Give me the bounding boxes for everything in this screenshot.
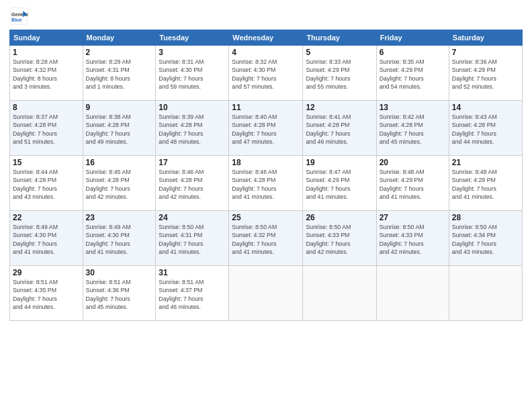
day-info: Sunrise: 8:33 AMSunset: 4:29 PMDaylight:… [306,58,351,90]
calendar-cell: 25 Sunrise: 8:50 AMSunset: 4:32 PMDaylig… [229,211,303,266]
day-info: Sunrise: 8:44 AMSunset: 4:28 PMDaylight:… [13,169,58,200]
col-monday: Monday [83,30,156,46]
day-info: Sunrise: 8:49 AMSunset: 4:30 PMDaylight:… [13,224,58,255]
calendar-week-row: 29 Sunrise: 8:51 AMSunset: 4:35 PMDaylig… [10,266,523,321]
day-info: Sunrise: 8:42 AMSunset: 4:28 PMDaylight:… [380,113,425,145]
day-info: Sunrise: 8:41 AMSunset: 4:28 PMDaylight:… [306,113,351,145]
day-number: 4 [232,48,300,57]
calendar-cell: 8 Sunrise: 8:37 AMSunset: 4:28 PMDayligh… [10,101,83,156]
logo: General Blue [9,7,31,26]
day-number: 17 [159,158,226,167]
day-info: Sunrise: 8:51 AMSunset: 4:35 PMDaylight:… [13,279,58,310]
calendar-cell: 1 Sunrise: 8:28 AMSunset: 4:32 PMDayligh… [10,46,83,101]
calendar-cell: 16 Sunrise: 8:45 AMSunset: 4:28 PMDaylig… [83,156,156,211]
day-info: Sunrise: 8:29 AMSunset: 4:31 PMDaylight:… [86,58,131,90]
day-info: Sunrise: 8:51 AMSunset: 4:37 PMDaylight:… [159,279,204,310]
day-number: 12 [306,103,373,112]
calendar-cell: 6 Sunrise: 8:35 AMSunset: 4:29 PMDayligh… [376,46,449,101]
day-number: 31 [159,268,226,277]
day-info: Sunrise: 8:37 AMSunset: 4:28 PMDaylight:… [13,113,58,145]
calendar-cell: 2 Sunrise: 8:29 AMSunset: 4:31 PMDayligh… [83,46,156,101]
day-info: Sunrise: 8:50 AMSunset: 4:34 PMDaylight:… [452,224,497,255]
col-friday: Friday [376,30,449,46]
day-info: Sunrise: 8:49 AMSunset: 4:30 PMDaylight:… [86,224,131,255]
day-info: Sunrise: 8:35 AMSunset: 4:29 PMDaylight:… [380,58,425,90]
calendar-cell: 31 Sunrise: 8:51 AMSunset: 4:37 PMDaylig… [156,266,229,321]
calendar-cell: 20 Sunrise: 8:48 AMSunset: 4:29 PMDaylig… [376,156,449,211]
calendar-cell: 28 Sunrise: 8:50 AMSunset: 4:34 PMDaylig… [449,211,522,266]
svg-text:Blue: Blue [11,17,21,22]
day-number: 5 [306,48,373,57]
calendar-cell: 13 Sunrise: 8:42 AMSunset: 4:28 PMDaylig… [376,101,449,156]
day-info: Sunrise: 8:50 AMSunset: 4:33 PMDaylight:… [380,224,425,255]
calendar-week-row: 15 Sunrise: 8:44 AMSunset: 4:28 PMDaylig… [10,156,523,211]
day-info: Sunrise: 8:36 AMSunset: 4:29 PMDaylight:… [452,58,497,90]
day-number: 6 [380,48,446,57]
day-number: 14 [452,103,519,112]
day-info: Sunrise: 8:48 AMSunset: 4:29 PMDaylight:… [452,169,497,200]
calendar-cell: 9 Sunrise: 8:38 AMSunset: 4:28 PMDayligh… [83,101,156,156]
calendar-cell: 26 Sunrise: 8:50 AMSunset: 4:33 PMDaylig… [303,211,376,266]
calendar-cell: 19 Sunrise: 8:47 AMSunset: 4:29 PMDaylig… [303,156,376,211]
calendar-cell: 4 Sunrise: 8:32 AMSunset: 4:30 PMDayligh… [229,46,303,101]
day-number: 27 [380,213,446,222]
day-info: Sunrise: 8:45 AMSunset: 4:28 PMDaylight:… [86,169,131,200]
calendar-cell [229,266,303,321]
calendar-cell: 23 Sunrise: 8:49 AMSunset: 4:30 PMDaylig… [83,211,156,266]
calendar-cell: 22 Sunrise: 8:49 AMSunset: 4:30 PMDaylig… [10,211,83,266]
calendar-cell: 3 Sunrise: 8:31 AMSunset: 4:30 PMDayligh… [156,46,229,101]
day-number: 22 [13,213,80,222]
calendar-week-row: 8 Sunrise: 8:37 AMSunset: 4:28 PMDayligh… [10,101,523,156]
day-info: Sunrise: 8:50 AMSunset: 4:33 PMDaylight:… [306,224,351,255]
calendar-cell: 29 Sunrise: 8:51 AMSunset: 4:35 PMDaylig… [10,266,83,321]
day-number: 16 [86,158,153,167]
day-number: 15 [13,158,80,167]
calendar-cell: 7 Sunrise: 8:36 AMSunset: 4:29 PMDayligh… [449,46,522,101]
day-info: Sunrise: 8:38 AMSunset: 4:28 PMDaylight:… [86,113,131,145]
calendar-cell: 24 Sunrise: 8:50 AMSunset: 4:31 PMDaylig… [156,211,229,266]
day-number: 26 [306,213,373,222]
day-number: 13 [380,103,446,112]
calendar-cell: 12 Sunrise: 8:41 AMSunset: 4:28 PMDaylig… [303,101,376,156]
day-info: Sunrise: 8:32 AMSunset: 4:30 PMDaylight:… [232,58,277,90]
calendar-week-row: 1 Sunrise: 8:28 AMSunset: 4:32 PMDayligh… [10,46,523,101]
day-info: Sunrise: 8:40 AMSunset: 4:28 PMDaylight:… [232,113,277,145]
page: General Blue Sunday Monday Tuesday Wedne… [0,0,532,411]
day-number: 30 [86,268,153,277]
calendar-cell: 27 Sunrise: 8:50 AMSunset: 4:33 PMDaylig… [376,211,449,266]
day-number: 19 [306,158,373,167]
col-sunday: Sunday [10,30,83,46]
col-thursday: Thursday [303,30,376,46]
calendar-cell [449,266,522,321]
day-number: 11 [232,103,300,112]
col-wednesday: Wednesday [229,30,303,46]
col-saturday: Saturday [449,30,522,46]
calendar-cell: 18 Sunrise: 8:46 AMSunset: 4:28 PMDaylig… [229,156,303,211]
calendar-table: Sunday Monday Tuesday Wednesday Thursday… [9,30,523,321]
day-number: 9 [86,103,153,112]
logo-icon: General Blue [9,7,28,26]
day-number: 24 [159,213,226,222]
day-info: Sunrise: 8:28 AMSunset: 4:32 PMDaylight:… [13,58,58,90]
calendar-cell [303,266,376,321]
day-number: 20 [380,158,446,167]
day-info: Sunrise: 8:39 AMSunset: 4:28 PMDaylight:… [159,113,204,145]
calendar-cell: 5 Sunrise: 8:33 AMSunset: 4:29 PMDayligh… [303,46,376,101]
calendar-cell: 14 Sunrise: 8:43 AMSunset: 4:28 PMDaylig… [449,101,522,156]
calendar-cell: 10 Sunrise: 8:39 AMSunset: 4:28 PMDaylig… [156,101,229,156]
day-number: 8 [13,103,80,112]
day-number: 23 [86,213,153,222]
day-info: Sunrise: 8:31 AMSunset: 4:30 PMDaylight:… [159,58,204,90]
day-info: Sunrise: 8:47 AMSunset: 4:29 PMDaylight:… [306,169,351,200]
day-info: Sunrise: 8:48 AMSunset: 4:29 PMDaylight:… [380,169,425,200]
day-number: 10 [159,103,226,112]
day-number: 1 [13,48,80,57]
day-number: 25 [232,213,300,222]
calendar-header-row: Sunday Monday Tuesday Wednesday Thursday… [10,30,523,46]
calendar-cell: 17 Sunrise: 8:46 AMSunset: 4:28 PMDaylig… [156,156,229,211]
day-info: Sunrise: 8:43 AMSunset: 4:28 PMDaylight:… [452,113,497,145]
day-info: Sunrise: 8:50 AMSunset: 4:32 PMDaylight:… [232,224,277,255]
calendar-cell: 15 Sunrise: 8:44 AMSunset: 4:28 PMDaylig… [10,156,83,211]
day-number: 3 [159,48,226,57]
day-number: 2 [86,48,153,57]
